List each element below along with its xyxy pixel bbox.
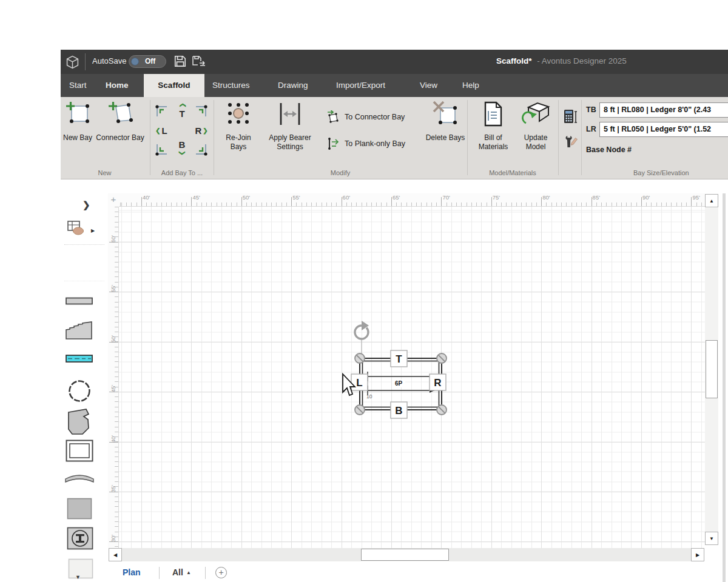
stencil-frame[interactable]	[66, 440, 93, 464]
toggle-knob-icon	[131, 58, 139, 65]
stencil-light-rect[interactable]	[68, 558, 93, 581]
group-label-modify: Modify	[215, 169, 465, 176]
ruler-v-label: 30'	[108, 533, 118, 544]
vscroll-up-button[interactable]: ▲	[705, 194, 718, 207]
to-plank-only-bay-button[interactable]: To Plank-only Bay	[326, 137, 405, 150]
stencil-library-icon	[67, 220, 87, 237]
add-bay-bottom-left-button[interactable]	[153, 141, 170, 158]
bill-of-materials-label: Bill of Materials	[479, 133, 508, 152]
horizontal-ruler: 40'45'50'55'60'65'70'75'80'85'90'95'	[119, 193, 705, 207]
tools-settings-button[interactable]	[562, 132, 580, 153]
drawing-canvas[interactable]: 6P 10 T B L R	[119, 207, 705, 548]
corner-top-right-icon	[193, 104, 209, 119]
to-connector-bay-label: To Connector Bay	[345, 113, 405, 121]
stencil-ibeam[interactable]	[67, 527, 93, 552]
bay-side-right-label: R	[434, 377, 441, 389]
bill-of-materials-button[interactable]: Bill of Materials	[472, 101, 514, 152]
update-model-button[interactable]: Update Model	[516, 101, 556, 152]
tb-size-field[interactable]: 8 ft | RL080 | Ledger 8'0" (2.43	[599, 102, 728, 118]
vscroll-thumb[interactable]	[706, 340, 718, 398]
add-view-button[interactable]: +	[215, 567, 227, 578]
save-as-icon[interactable]	[192, 55, 206, 70]
tab-scaffold[interactable]: Scaffold	[144, 74, 204, 97]
ruler-h-label: 85'	[593, 194, 600, 201]
sidebar-divider	[64, 281, 104, 281]
chevron-left-icon: ❯	[155, 127, 160, 134]
new-bay-button[interactable]: New Bay	[62, 101, 93, 142]
group-label-model-materials: Model/Materials	[468, 169, 557, 176]
estimate-calculator-button[interactable]	[562, 107, 580, 127]
selected-scaffold-bay: 6P 10 T B L R	[322, 313, 473, 428]
stencil-flyout-arrow-icon[interactable]: ▶	[91, 228, 95, 233]
add-bay-right-button[interactable]: R ❯	[192, 122, 211, 139]
tab-import-export[interactable]: Import/Export	[330, 74, 391, 97]
ruler-v-label: 40'	[108, 433, 118, 444]
tab-structures[interactable]: Structures	[206, 74, 256, 97]
ruler-h-label: 40'	[143, 194, 150, 201]
stencil-polygon[interactable]	[66, 408, 93, 438]
tab-help[interactable]: Help	[456, 74, 485, 97]
sidebar-expand-chevron-icon[interactable]: ❯	[83, 199, 90, 210]
view-filter-dropdown[interactable]: All ▲	[172, 567, 191, 577]
sidebar-more-down-icon[interactable]: ▼	[75, 574, 81, 580]
rotate-handle-icon[interactable]	[355, 321, 369, 339]
corner-bottom-left-icon	[154, 141, 170, 157]
ruler-h-label: 90'	[642, 194, 650, 201]
delete-bays-button[interactable]: Delete Bays	[425, 101, 466, 142]
to-connector-bay-button[interactable]: To Connector Bay	[326, 110, 405, 124]
ruler-v-label: 35'	[108, 483, 118, 494]
add-bay-top-left-button[interactable]	[153, 103, 170, 120]
add-bay-top-button[interactable]: ❯ T	[173, 102, 191, 119]
ruler-h-label: 75'	[493, 194, 500, 201]
to-connector-bay-icon	[326, 110, 340, 124]
connector-bay-button[interactable]: Connector Bay	[96, 101, 144, 142]
autosave-toggle[interactable]: Off	[129, 55, 166, 68]
connector-bay-icon	[96, 101, 144, 130]
stencil-ramp[interactable]	[66, 321, 93, 343]
wrench-pencil-icon	[564, 134, 578, 151]
plank-count-label: 6P	[395, 380, 403, 387]
tab-start[interactable]: Start	[63, 74, 93, 97]
scroll-right-icon: ▶	[696, 552, 699, 558]
add-bay-left-button[interactable]: ❯ L	[152, 122, 170, 139]
save-icon[interactable]	[174, 55, 187, 70]
rejoin-bays-button[interactable]: Re-Join Bays	[217, 101, 260, 152]
view-tab-plan[interactable]: Plan	[123, 567, 141, 577]
hscroll-left-button[interactable]: ◀	[109, 548, 122, 561]
autosave-state: Off	[145, 57, 155, 65]
add-bay-left-letter: L	[162, 125, 167, 136]
ribbon-tab-bar: Start Home Scaffold Structures Drawing I…	[61, 74, 728, 97]
vertical-ruler: 60'55'50'45'40'35'30'	[108, 207, 119, 548]
vscroll-down-button[interactable]: ▼	[705, 532, 718, 545]
app-logo-icon[interactable]	[66, 55, 79, 72]
ruler-v-label: 45'	[108, 383, 118, 394]
scroll-down-icon: ▼	[709, 536, 714, 541]
bay-node-number: 10	[366, 393, 372, 400]
lr-size-field[interactable]: 5 ft | RL050 | Ledger 5'0" (1.52	[599, 122, 728, 137]
stencil-cyan-plank[interactable]	[66, 354, 93, 366]
ribbon-separator	[214, 100, 214, 175]
stencil-library-button[interactable]	[67, 220, 87, 239]
update-model-icon	[516, 101, 556, 130]
apply-bearer-settings-button[interactable]: Apply Bearer Settings	[261, 101, 319, 152]
stencil-circle[interactable]	[67, 379, 92, 406]
group-label-add-bay: Add Bay To ...	[152, 169, 212, 176]
tb-field-label: TB	[586, 105, 596, 114]
new-bay-label: New Bay	[63, 133, 92, 142]
ribbon-separator	[558, 100, 559, 175]
tab-view[interactable]: View	[414, 74, 443, 97]
chevron-down-icon: ❯	[178, 150, 185, 155]
tab-home[interactable]: Home	[99, 74, 135, 97]
hscroll-right-button[interactable]: ▶	[691, 548, 704, 561]
ruler-h-label: 60'	[343, 194, 350, 201]
add-bay-top-right-button[interactable]	[192, 103, 209, 120]
tab-drawing[interactable]: Drawing	[272, 74, 314, 97]
stencil-gray-rect[interactable]	[67, 498, 92, 522]
stencil-plank[interactable]	[66, 296, 93, 307]
add-bay-bottom-button[interactable]: B ❯	[173, 139, 191, 156]
bay-side-left-label: L	[356, 377, 362, 389]
stencil-arc[interactable]	[64, 470, 95, 487]
hscroll-thumb[interactable]	[361, 549, 449, 561]
add-bay-bottom-right-button[interactable]	[192, 141, 209, 158]
ruler-corner: +	[108, 193, 119, 207]
